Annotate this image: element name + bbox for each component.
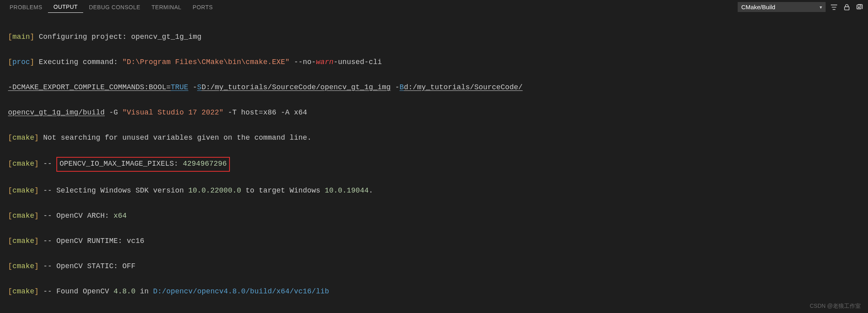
- watermark: CSDN @老狼工作室: [810, 303, 861, 310]
- highlighted-box: OPENCV_IO_MAX_IMAGE_PIXELS: 4294967296: [56, 157, 230, 172]
- output-line: [main] Configuring project: opencv_gt_1g…: [8, 31, 860, 44]
- tab-problems[interactable]: PROBLEMS: [4, 2, 48, 13]
- lock-icon[interactable]: [842, 3, 851, 12]
- output-line: [cmake] Not searching for unused variabl…: [8, 132, 860, 144]
- output-line: -DCMAKE_EXPORT_COMPILE_COMMANDS:BOOL=TRU…: [8, 81, 860, 94]
- tab-ports[interactable]: PORTS: [187, 2, 218, 13]
- filter-icon[interactable]: [830, 3, 838, 12]
- output-line: opencv_gt_1g_img/build -G "Visual Studio…: [8, 106, 860, 119]
- panel-actions: CMake/Build ▾: [738, 2, 864, 12]
- output-line: [cmake] -- OpenCV ARCH: x64: [8, 210, 860, 223]
- panel-tabbar: PROBLEMS OUTPUT DEBUG CONSOLE TERMINAL P…: [0, 0, 868, 14]
- output-line: [cmake] -- OpenCV RUNTIME: vc16: [8, 235, 860, 248]
- tab-debug-console[interactable]: DEBUG CONSOLE: [83, 2, 146, 13]
- tab-terminal[interactable]: TERMINAL: [146, 2, 187, 13]
- clear-output-icon[interactable]: [855, 3, 864, 12]
- output-line: [cmake] -- OPENCV_IO_MAX_IMAGE_PIXELS: 4…: [8, 157, 860, 172]
- output-line: [proc] Executing command: "D:\Program Fi…: [8, 56, 860, 69]
- dropdown-selection: CMake/Build: [741, 4, 775, 10]
- output-channel-dropdown[interactable]: CMake/Build ▾: [738, 2, 826, 12]
- output-line: [cmake] -- You might need to add D:\open…: [8, 311, 860, 313]
- output-panel[interactable]: [main] Configuring project: opencv_gt_1g…: [0, 14, 868, 313]
- chevron-down-icon: ▾: [820, 4, 822, 10]
- output-line: [cmake] -- OpenCV STATIC: OFF: [8, 260, 860, 273]
- tab-output[interactable]: OUTPUT: [48, 1, 84, 13]
- svg-rect-0: [844, 6, 849, 10]
- output-line: [cmake] -- Selecting Windows SDK version…: [8, 185, 860, 197]
- output-line: [cmake] -- Found OpenCV 4.8.0 in D:/open…: [8, 285, 860, 298]
